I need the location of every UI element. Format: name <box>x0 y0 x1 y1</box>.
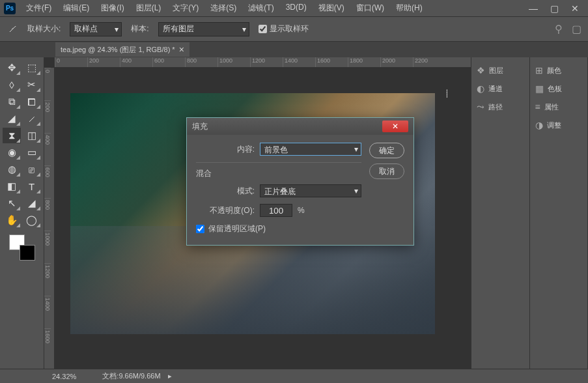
panel-icon: ❖ <box>477 65 485 76</box>
tool[interactable]: ✋ <box>3 212 21 228</box>
panel-icon: ◑ <box>535 120 543 130</box>
search-icon[interactable]: ⚲ <box>555 23 563 35</box>
tool[interactable]: ⬚ <box>23 60 41 76</box>
menu-item[interactable]: 帮助(H) <box>391 1 428 16</box>
menu-item[interactable]: 编辑(E) <box>58 1 94 16</box>
opacity-unit: % <box>298 206 305 215</box>
panel-tab[interactable]: ◑调整 <box>533 116 585 134</box>
tool[interactable]: ◢ <box>3 111 21 126</box>
close-button[interactable]: ✕ <box>566 2 584 15</box>
document-tab[interactable]: tea.jpeg @ 24.3% (图层 1, RGB/8) * × <box>55 42 189 57</box>
main-menu: 文件(F)编辑(E)图像(I)图层(L)文字(Y)选择(S)滤镜(T)3D(D)… <box>21 1 428 16</box>
dialog-close-button[interactable]: ✕ <box>382 121 408 132</box>
mode-dropdown[interactable]: 正片叠底 <box>260 184 361 197</box>
panel-tab[interactable]: ⤳路径 <box>474 98 527 116</box>
mode-label: 模式: <box>196 186 255 197</box>
menu-item[interactable]: 3D(D) <box>281 1 312 16</box>
tool[interactable]: ⧠ <box>23 94 41 109</box>
maximize-button[interactable]: ▢ <box>545 2 563 15</box>
tool[interactable]: T <box>23 178 41 194</box>
fill-dialog: 填充 ✕ 内容: 前景色 混合 模式: 正片叠底 不透明度(O): % <box>186 117 414 246</box>
menu-item[interactable]: 选择(S) <box>205 1 242 16</box>
content-label: 内容: <box>196 144 255 155</box>
content-dropdown[interactable]: 前景色 <box>260 143 361 156</box>
zoom-level[interactable]: 24.32% <box>7 373 76 380</box>
show-ring-checkbox[interactable]: 显示取样环 <box>259 23 309 35</box>
panels-dock: ❖图层◐通道⤳路径 ⊞颜色▦色板≡属性◑调整 <box>471 57 588 369</box>
minimize-button[interactable]: — <box>524 2 542 15</box>
panel-icon: ≡ <box>535 102 540 112</box>
tool[interactable]: ⟋ <box>23 111 41 126</box>
menu-item[interactable]: 图像(I) <box>96 1 129 16</box>
panel-tab[interactable]: ▦色板 <box>533 79 585 98</box>
menu-item[interactable]: 文件(F) <box>21 1 57 16</box>
title-bar: Ps 文件(F)编辑(E)图像(I)图层(L)文字(Y)选择(S)滤镜(T)3D… <box>0 0 588 17</box>
doc-size-label: 文档: <box>102 372 119 380</box>
document-tab-bar: tea.jpeg @ 24.3% (图层 1, RGB/8) * × <box>0 42 588 57</box>
opacity-label: 不透明度(O): <box>196 205 255 216</box>
blend-group-label: 混合 <box>196 168 361 179</box>
tool[interactable]: ▭ <box>23 145 41 160</box>
cancel-button[interactable]: 取消 <box>369 163 404 179</box>
tool[interactable]: ◧ <box>3 178 21 194</box>
chevron-right-icon[interactable]: ▸ <box>163 372 172 380</box>
tool[interactable]: ✂ <box>23 77 41 92</box>
tool[interactable]: ◍ <box>3 162 21 177</box>
eyedropper-cursor-icon: ⟋ <box>438 85 456 103</box>
options-bar: ⟋ 取样大小: 取样点 样本: 所有图层 显示取样环 ⚲ ▢ <box>0 17 588 42</box>
sample-layers-dropdown[interactable]: 所有图层 <box>158 22 249 36</box>
doc-size-value: 9.66M/9.66M <box>119 372 160 380</box>
background-swatch[interactable] <box>20 245 35 261</box>
ok-button[interactable]: 确定 <box>369 143 404 158</box>
dialog-title: 填充 <box>192 121 208 132</box>
panel-icon: ▦ <box>535 83 544 94</box>
ruler-horizontal: 0200400600800100012001400160018002000220… <box>55 57 471 68</box>
color-swatches[interactable] <box>9 234 35 261</box>
tool[interactable]: ◊ <box>3 77 21 92</box>
tool[interactable]: ⧗ <box>3 128 21 143</box>
tool[interactable]: ⎚ <box>23 162 41 177</box>
panel-icon: ◐ <box>477 83 484 94</box>
panel-tab[interactable]: ≡属性 <box>533 98 585 116</box>
sample-size-dropdown[interactable]: 取样点 <box>70 22 122 36</box>
toolbox: ✥⬚◊✂⧉⧠◢⟋⧗◫◉▭◍⎚◧T↖◢✋◯ <box>0 57 44 369</box>
menu-item[interactable]: 视图(V) <box>313 1 350 16</box>
dialog-titlebar[interactable]: 填充 ✕ <box>187 118 413 135</box>
eyedropper-icon: ⟋ <box>7 22 18 36</box>
menu-item[interactable]: 图层(L) <box>131 1 167 16</box>
app-logo: Ps <box>4 3 16 14</box>
panel-icon: ⤳ <box>477 102 484 112</box>
tool[interactable]: ◉ <box>3 145 21 160</box>
panel-tab[interactable]: ❖图层 <box>474 61 527 79</box>
panel-tab[interactable]: ⊞颜色 <box>533 61 585 79</box>
panel-icon: ⊞ <box>535 65 543 76</box>
preserve-transparency-checkbox[interactable]: 保留透明区域(P) <box>196 223 361 234</box>
menu-item[interactable]: 滤镜(T) <box>243 1 279 16</box>
tool[interactable]: ◫ <box>23 128 41 143</box>
ruler-vertical: 02004006008001000120014001600 <box>44 68 55 369</box>
workspace-icon[interactable]: ▢ <box>572 23 581 35</box>
close-tab-icon[interactable]: × <box>179 44 184 55</box>
tool[interactable]: ◯ <box>23 212 41 228</box>
sample-size-label: 取样大小: <box>27 23 61 35</box>
tool[interactable]: ↖ <box>3 195 21 211</box>
tool[interactable]: ⧉ <box>3 94 21 109</box>
opacity-input[interactable] <box>260 204 292 217</box>
menu-item[interactable]: 文字(Y) <box>167 1 204 16</box>
menu-item[interactable]: 窗口(W) <box>351 1 389 16</box>
tool[interactable]: ◢ <box>23 195 41 211</box>
sample-label: 样本: <box>131 23 148 35</box>
panel-tab[interactable]: ◐通道 <box>474 79 527 98</box>
status-bar: 24.32% 文档:9.66M/9.66M ▸ <box>0 369 588 383</box>
tool[interactable]: ✥ <box>3 60 21 76</box>
